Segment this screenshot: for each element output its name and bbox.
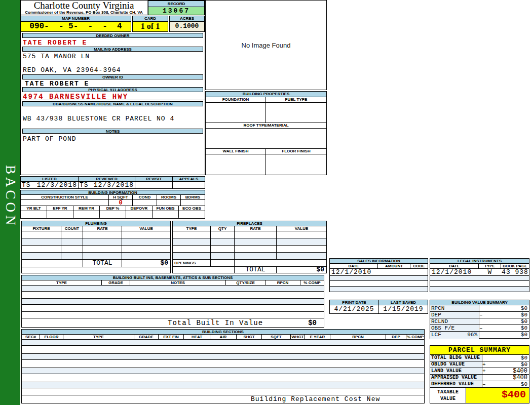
county-title: Charlotte County Virginia [21, 1, 147, 11]
card-label: CARD [133, 16, 168, 22]
building-sections-row [22, 354, 424, 360]
legal-bookpage-value: 43 938 [501, 269, 529, 275]
plumbing-table: PLUMBING FIXTURE COUNT RATE VALUE TOTAL … [21, 221, 171, 273]
plumbing-row [22, 231, 170, 238]
built-ins-type-label: TYPE [22, 280, 102, 285]
plumbing-total-value: $0 [122, 260, 170, 267]
building-sections-row [22, 368, 424, 374]
total-bldg-value: $0 [488, 355, 529, 361]
bvs-op: – [479, 312, 485, 318]
building-properties-title: BUILDING PROPERTIES [206, 92, 326, 97]
roof-value-row [206, 129, 326, 149]
fireplaces-table: FIREPLACES TYPE QTY RATE VALUE OPENINGS … [172, 221, 327, 273]
fireplaces-type-label: TYPE [173, 226, 211, 231]
building-properties-box: BUILDING PROPERTIES FOUNDATION FUEL TYPE… [205, 91, 327, 175]
building-sections-row [22, 346, 424, 354]
building-value-summary: BUILDING VALUE SUMMARY RPCN $0 DEP – $0 … [430, 300, 529, 339]
sales-row: 12/1/2010 [330, 269, 428, 276]
sales-row [330, 281, 428, 287]
rooms-value [157, 200, 181, 206]
bvs-rpcn-label: RPCN [430, 305, 479, 311]
sales-date-label: DATE [330, 264, 378, 268]
plumbing-fixture-label: FIXTURE [22, 226, 61, 231]
revisit-cell [135, 182, 173, 188]
deferred-value: $0 [488, 381, 529, 387]
sales-information-table: SALES INFORMATION DATE AMOUNT CODE 12/1/… [329, 258, 428, 292]
bvs-obs-label: OBS F/E [430, 325, 479, 331]
rem-yr-value [73, 211, 100, 218]
foundation-fuel-header-row: FOUNDATION FUEL TYPE [206, 97, 326, 103]
bvs-dep-label: DEP [430, 312, 479, 318]
bvs-rclnd-label: RCLND [430, 318, 479, 325]
built-ins-table: BUILDING BUILT INS, BASEMENTS, ATTICS & … [21, 275, 324, 328]
plumbing-total-label: TOTAL [83, 260, 122, 267]
building-information-table: CONSTRUCTION STYLE H SQFT COND ROOMS BDR… [20, 195, 205, 219]
parcel-op: – [482, 381, 488, 387]
yr-blt-label: YR BLT [21, 206, 47, 211]
built-ins-row [22, 312, 324, 318]
bs-grade-label: GRADE [134, 335, 159, 339]
built-ins-total-label: Total Built In Value [168, 319, 263, 327]
cond-value [133, 200, 157, 206]
bs-whgt-label: WHGT [291, 335, 305, 339]
parcel-op [482, 375, 488, 381]
sales-row [330, 276, 428, 281]
dep-pct-label: DEP % [100, 206, 126, 211]
reviewed-by: TS [80, 182, 89, 188]
plumbing-total-row: TOTAL $0 [22, 260, 170, 267]
fuel-type-value [266, 103, 326, 123]
building-sections-table: BUILDING SECTIONS SEC# FLOOR TYPE GRADE … [21, 329, 425, 403]
listed-by: TS [22, 182, 31, 188]
taxable-value: $400 [466, 388, 529, 403]
fireplaces-qty-label: QTY [211, 226, 235, 231]
plumbing-header-row: FIXTURE COUNT RATE VALUE [22, 226, 170, 231]
print-date-value: 4/21/2025 [330, 305, 379, 313]
map-number-value: 090- - 5- - - 4 [21, 22, 131, 31]
bacon-watermark: BACON [3, 165, 18, 228]
building-sections-row [22, 360, 424, 368]
taxable-label-line1: TAXABLE [430, 389, 466, 395]
plumbing-title: PLUMBING [22, 221, 170, 226]
listed-cell: TS 12/3/2018 [21, 182, 79, 188]
built-ins-row [22, 299, 324, 305]
record-value: 13067 [148, 7, 204, 15]
roof-header-row: ROOF TYPE/MATERIAL [206, 123, 326, 129]
fun-obs-label: FUN OBS [153, 206, 179, 211]
county-title-box: Charlotte County Virginia Commissioner o… [20, 0, 147, 15]
appeals-label: APPEALS [173, 177, 205, 181]
listed-date: 12/3/2018 [37, 182, 77, 188]
built-ins-row [22, 305, 324, 312]
fireplaces-row [173, 231, 326, 238]
card-value: 1 of 1 [133, 22, 168, 31]
eff-yr-label: EFF YR [47, 206, 73, 211]
bs-heat-label: HEAT [184, 335, 210, 339]
sales-amount-label: AMOUNT [378, 264, 410, 268]
parcel-op: + [482, 368, 488, 374]
bs-extfin-label: EXT FIN [159, 335, 184, 339]
owner-id-value: TATE ROBERT E [25, 80, 89, 88]
mailing-address-line2: RED OAK, VA 23964-3964 [23, 66, 121, 74]
built-ins-header-row: TYPE GRADE NOTES QTY/SIZE RPCN % COMP [22, 280, 324, 286]
building-sections-row [22, 374, 424, 382]
bs-air-label: AIR [210, 335, 237, 339]
fireplaces-header-row: TYPE QTY RATE VALUE [173, 226, 326, 231]
property-record-card: BACON Charlotte County Virginia Commissi… [0, 0, 532, 405]
map-number-box: MAP NUMBER 090- - 5- - - 4 [20, 16, 131, 32]
building-info-header-row2: YR BLT EFF YR REM YR DEP % DEPOVR FUN OB… [21, 206, 205, 211]
bvs-op [479, 318, 485, 325]
mailing-address-line1: 575 TA MANOR LN [23, 53, 90, 60]
appraised-value-label: APPRAISED VALUE [430, 375, 482, 381]
record-box: RECORD 13067 [148, 1, 205, 15]
building-sections-row [22, 388, 424, 395]
bvs-op [479, 305, 485, 311]
built-ins-qty-label: QTY/SIZE [226, 280, 265, 285]
plumbing-row [22, 246, 170, 253]
plumbing-row [22, 253, 170, 260]
property-image-box: No Image Found [205, 0, 327, 90]
bvs-dep-value: $0 [485, 312, 529, 318]
sales-code-label: CODE [410, 264, 428, 268]
parcel-op [482, 355, 488, 361]
floor-finish-label: FLOOR FINISH [266, 149, 326, 154]
fireplaces-total-value: $0 [277, 267, 326, 273]
no-image-text: No Image Found [242, 42, 291, 49]
